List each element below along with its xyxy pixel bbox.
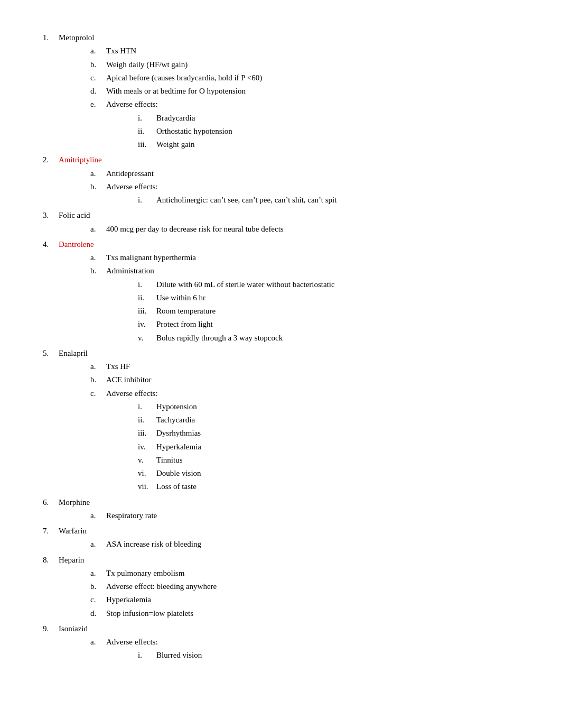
roman-item-label: Dysrhythmias [156,429,201,437]
roman-list: Anticholinergic: can’t see, can’t pee, c… [106,194,518,206]
alpha-list-item: Adverse effects:Blurred vision [90,636,518,662]
main-item-label: Amitriptyline [59,155,102,164]
roman-list-item: Dilute with 60 mL of sterile water witho… [138,279,518,291]
roman-list-item: Hypotension [138,401,518,413]
main-item-label: Metoprolol [59,33,95,42]
alpha-list-item: Adverse effect: bleeding anywhere [90,580,518,593]
roman-list-item: Orthostatic hypotension [138,125,518,137]
roman-list-item: Bradycardia [138,112,518,124]
alpha-item-label: Hyperkalemia [106,595,151,604]
alpha-list-item: Adverse effects:BradycardiaOrthostatic h… [90,98,518,151]
roman-item-label: Tachycardia [156,416,195,424]
main-list-item-7: WarfarinASA increase risk of bleeding [43,525,518,551]
roman-item-label: Protect from light [156,320,213,328]
main-list-item-1: MetoprololTxs HTNWeigh daily (HF/wt gain… [43,32,518,151]
page-content: MetoprololTxs HTNWeigh daily (HF/wt gain… [43,32,518,662]
roman-list-item: Blurred vision [138,649,518,661]
roman-item-label: Bolus rapidly through a 3 way stopcock [156,334,283,342]
alpha-item-label: 400 mcg per day to decrease risk for neu… [106,225,284,233]
alpha-list: Txs HTNWeigh daily (HF/wt gain)Apical be… [59,45,518,151]
alpha-list-item: Txs HF [90,361,518,373]
roman-list-item: Tinnitus [138,454,518,466]
alpha-list-item: Respiratory rate [90,510,518,522]
roman-list-item: Dysrhythmias [138,427,518,439]
main-list-item-3: Folic acid400 mcg per day to decrease ri… [43,209,518,235]
alpha-item-label: Tx pulmonary embolism [106,569,184,577]
alpha-list: Tx pulmonary embolismAdverse effect: ble… [59,567,518,620]
alpha-list-item: Apical before (causes bradycardia, hold … [90,72,518,84]
alpha-item-label: Administration [106,266,154,275]
roman-item-label: Weight gain [156,140,195,149]
main-item-label: Morphine [59,498,90,506]
alpha-list: ASA increase risk of bleeding [59,538,518,550]
main-list: MetoprololTxs HTNWeigh daily (HF/wt gain… [43,32,518,662]
alpha-list-item: Weigh daily (HF/wt gain) [90,59,518,71]
roman-item-label: Use within 6 hr [156,293,205,302]
roman-item-label: Room temperature [156,307,216,315]
alpha-item-label: Antidepressant [106,169,154,178]
alpha-list-item: 400 mcg per day to decrease risk for neu… [90,223,518,235]
alpha-list-item: ACE inhibitor [90,374,518,386]
roman-item-label: Blurred vision [156,651,202,659]
roman-item-label: Loss of taste [156,482,197,491]
main-item-label: Folic acid [59,211,90,219]
roman-item-label: Tinnitus [156,456,182,464]
alpha-list-item: Tx pulmonary embolism [90,567,518,579]
roman-item-label: Hyperkalemia [156,443,201,451]
alpha-list: Respiratory rate [59,510,518,522]
alpha-item-label: ASA increase risk of bleeding [106,540,201,548]
roman-item-label: Dilute with 60 mL of sterile water witho… [156,280,335,289]
alpha-item-label: Stop infusion=low platelets [106,609,193,618]
alpha-list-item: Adverse effects:Anticholinergic: can’t s… [90,181,518,207]
alpha-list-item: Txs malignant hyperthermia [90,252,518,264]
alpha-item-label: Txs malignant hyperthermia [106,253,196,262]
alpha-item-label: Weigh daily (HF/wt gain) [106,60,188,69]
main-list-item-9: IsoniazidAdverse effects:Blurred vision [43,623,518,662]
main-item-label: Isoniazid [59,624,88,633]
alpha-list-item: Txs HTN [90,45,518,57]
alpha-item-label: Txs HF [106,362,130,371]
alpha-list: Adverse effects:Blurred vision [59,636,518,662]
roman-list-item: Loss of taste [138,481,518,493]
roman-list-item: Double vision [138,467,518,480]
roman-list: HypotensionTachycardiaDysrhythmiasHyperk… [106,401,518,493]
alpha-list-item: With meals or at bedtime for O hypotensi… [90,85,518,97]
alpha-item-label: Adverse effects: [106,389,158,398]
alpha-list-item: Stop infusion=low platelets [90,607,518,620]
roman-list: Dilute with 60 mL of sterile water witho… [106,279,518,344]
roman-item-label: Orthostatic hypotension [156,127,232,135]
roman-item-label: Bradycardia [156,114,195,122]
alpha-item-label: ACE inhibitor [106,375,151,384]
main-item-label: Heparin [59,556,84,564]
alpha-item-label: Adverse effects: [106,182,158,191]
roman-item-label: Hypotension [156,402,197,411]
alpha-item-label: Adverse effect: bleeding anywhere [106,582,217,591]
alpha-list: 400 mcg per day to decrease risk for neu… [59,223,518,235]
alpha-list: AntidepressantAdverse effects:Anticholin… [59,168,518,207]
roman-list-item: Bolus rapidly through a 3 way stopcock [138,332,518,344]
roman-list-item: Anticholinergic: can’t see, can’t pee, c… [138,194,518,206]
alpha-list-item: Antidepressant [90,168,518,180]
alpha-list: Txs HFACE inhibitorAdverse effects:Hypot… [59,361,518,493]
alpha-item-label: With meals or at bedtime for O hypotensi… [106,87,246,95]
main-list-item-5: EnalaprilTxs HFACE inhibitorAdverse effe… [43,347,518,493]
main-item-label: Enalapril [59,349,88,357]
alpha-list-item: ASA increase risk of bleeding [90,538,518,550]
main-item-label: Warfarin [59,527,87,535]
alpha-item-label: Txs HTN [106,47,136,55]
roman-list-item: Use within 6 hr [138,292,518,304]
alpha-item-label: Adverse effects: [106,638,158,646]
alpha-item-label: Respiratory rate [106,511,157,520]
roman-list-item: Room temperature [138,305,518,317]
roman-list: BradycardiaOrthostatic hypotensionWeight… [106,112,518,151]
alpha-list-item: Adverse effects:HypotensionTachycardiaDy… [90,388,518,493]
roman-item-label: Anticholinergic: can’t see, can’t pee, c… [156,196,336,204]
roman-item-label: Double vision [156,469,201,477]
main-list-item-4: DantroleneTxs malignant hyperthermiaAdmi… [43,238,518,344]
alpha-list-item: Hyperkalemia [90,594,518,606]
main-list-item-2: AmitriptylineAntidepressantAdverse effec… [43,154,518,206]
roman-list-item: Protect from light [138,318,518,330]
alpha-list-item: AdministrationDilute with 60 mL of steri… [90,265,518,344]
roman-list-item: Weight gain [138,139,518,151]
main-item-label: Dantrolene [59,240,94,248]
